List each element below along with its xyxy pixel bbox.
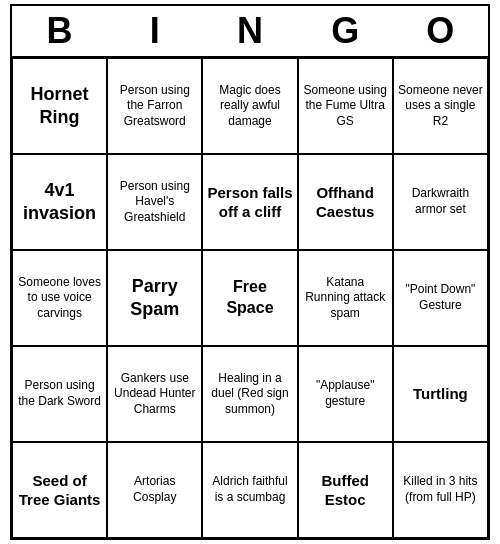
bingo-cell-4: Someone never uses a single R2 [393, 58, 488, 154]
bingo-cell-23: Buffed Estoc [298, 442, 393, 538]
bingo-cell-8: Offhand Caestus [298, 154, 393, 250]
bingo-cell-15: Person using the Dark Sword [12, 346, 107, 442]
bingo-cell-6: Person using Havel's Greatshield [107, 154, 202, 250]
bingo-cell-18: "Applause" gesture [298, 346, 393, 442]
bingo-cell-5: 4v1 invasion [12, 154, 107, 250]
bingo-cell-11: Parry Spam [107, 250, 202, 346]
bingo-cell-24: Killed in 3 hits (from full HP) [393, 442, 488, 538]
header-letter-b: B [15, 10, 105, 52]
bingo-cell-0: Hornet Ring [12, 58, 107, 154]
bingo-cell-19: Turtling [393, 346, 488, 442]
bingo-header: BINGO [12, 6, 488, 58]
bingo-cell-14: "Point Down" Gesture [393, 250, 488, 346]
bingo-cell-7: Person falls off a cliff [202, 154, 297, 250]
bingo-grid: Hornet RingPerson using the Farron Great… [12, 58, 488, 538]
bingo-cell-1: Person using the Farron Greatsword [107, 58, 202, 154]
bingo-cell-21: Artorias Cosplay [107, 442, 202, 538]
header-letter-g: G [300, 10, 390, 52]
header-letter-i: I [110, 10, 200, 52]
bingo-cell-16: Gankers use Undead Hunter Charms [107, 346, 202, 442]
bingo-cell-9: Darkwraith armor set [393, 154, 488, 250]
header-letter-o: O [395, 10, 485, 52]
bingo-cell-10: Someone loves to use voice carvings [12, 250, 107, 346]
bingo-cell-17: Healing in a duel (Red sign summon) [202, 346, 297, 442]
header-letter-n: N [205, 10, 295, 52]
bingo-cell-12: Free Space [202, 250, 297, 346]
bingo-cell-13: Katana Running attack spam [298, 250, 393, 346]
bingo-cell-20: Seed of Tree Giants [12, 442, 107, 538]
bingo-card: BINGO Hornet RingPerson using the Farron… [10, 4, 490, 540]
bingo-cell-2: Magic does really awful damage [202, 58, 297, 154]
bingo-cell-3: Someone using the Fume Ultra GS [298, 58, 393, 154]
bingo-cell-22: Aldrich faithful is a scumbag [202, 442, 297, 538]
